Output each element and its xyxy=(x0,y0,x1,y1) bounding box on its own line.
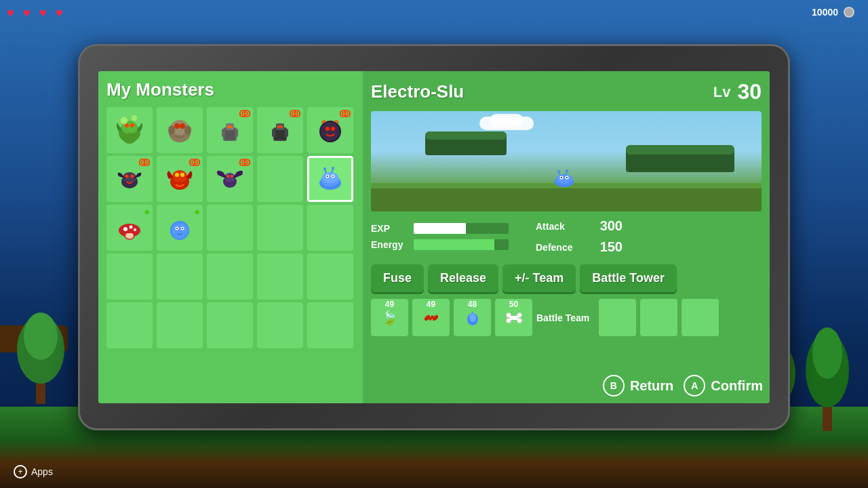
svg-point-26 xyxy=(230,125,233,128)
monster-cell-23[interactable] xyxy=(257,302,303,348)
monster-cell-7[interactable]: ↂ xyxy=(207,156,253,202)
badge-11: ● xyxy=(195,206,200,217)
energy-bar xyxy=(414,239,509,250)
monster-cell-15[interactable] xyxy=(106,253,153,300)
svg-point-12 xyxy=(130,123,134,127)
level-display: Lv 30 xyxy=(713,79,762,104)
monster-name: Electro-Slu xyxy=(371,81,464,102)
hud-right: 10000 xyxy=(812,7,854,18)
left-panel: My Monsters xyxy=(98,71,363,403)
svg-point-86 xyxy=(566,169,568,172)
heart-4: ♥ xyxy=(56,7,69,19)
heart-1: ♥ xyxy=(7,7,20,19)
exp-row: EXP Energy Attack 30 xyxy=(371,218,762,258)
svg-point-20 xyxy=(168,125,175,135)
exp-bar xyxy=(414,223,509,234)
monster-cell-18[interactable] xyxy=(257,253,303,300)
monster-cell-19[interactable] xyxy=(307,253,353,300)
monster-cell-0[interactable] xyxy=(106,107,153,153)
svg-point-54 xyxy=(322,172,338,183)
team-button[interactable]: +/- Team xyxy=(502,264,576,292)
monster-cell-10[interactable]: ● xyxy=(106,205,153,251)
monster-cell-20[interactable] xyxy=(106,302,153,348)
svg-point-78 xyxy=(556,174,572,184)
monster-cell-8[interactable] xyxy=(257,156,303,202)
defence-value: 150 xyxy=(589,239,623,255)
svg-point-76 xyxy=(182,228,183,229)
monster-cell-21[interactable] xyxy=(157,302,203,348)
svg-point-21 xyxy=(184,125,191,135)
svg-point-46 xyxy=(175,173,179,177)
apps-button[interactable]: + Apps xyxy=(14,465,53,479)
island-top-2 xyxy=(626,145,734,155)
apps-icon: + xyxy=(14,465,27,479)
stats-left: EXP Energy xyxy=(371,223,509,253)
svg-point-2 xyxy=(24,312,58,360)
svg-point-33 xyxy=(280,125,283,128)
team-slot-2-icon xyxy=(422,308,441,327)
svg-point-32 xyxy=(277,125,280,128)
svg-point-45 xyxy=(172,170,187,182)
attack-value: 300 xyxy=(589,218,623,234)
monster-cell-12[interactable] xyxy=(207,205,253,251)
battle-tower-button[interactable]: Battle Tower xyxy=(580,264,677,292)
bottom-controls: B Return A Confirm xyxy=(603,375,763,396)
team-slot-4-icon xyxy=(505,308,524,327)
monster-cell-24[interactable] xyxy=(307,302,353,348)
monster-cell-1[interactable] xyxy=(157,107,203,153)
svg-point-15 xyxy=(132,115,137,121)
svg-point-37 xyxy=(321,122,340,141)
monster-cell-4[interactable]: ↂ xyxy=(307,107,353,153)
monster-cell-16[interactable] xyxy=(157,253,203,300)
svg-point-18 xyxy=(174,123,180,129)
team-slot-4[interactable]: 50 xyxy=(495,299,532,336)
monster-cell-6[interactable]: ↂ xyxy=(157,156,203,202)
monster-cell-2[interactable]: ↂ xyxy=(207,107,253,153)
svg-point-75 xyxy=(176,228,178,229)
svg-point-70 xyxy=(125,233,134,239)
team-slot-3-num: 48 xyxy=(468,300,477,308)
heart-3: ♥ xyxy=(39,7,53,19)
level-num: 30 xyxy=(737,79,762,104)
monster-cell-11[interactable]: ● xyxy=(157,205,203,251)
action-buttons: Fuse Release +/- Team Battle Tower xyxy=(371,264,762,292)
svg-point-66 xyxy=(130,226,133,229)
monster-info-header: Electro-Slu Lv 30 xyxy=(371,79,762,104)
team-slot-2-num: 49 xyxy=(427,300,435,308)
monster-cell-14[interactable] xyxy=(307,205,353,251)
badge-3: ↂ xyxy=(289,108,300,119)
empty-team-slot-1[interactable] xyxy=(599,299,636,336)
svg-point-43 xyxy=(131,175,134,178)
monster-cell-9[interactable] xyxy=(307,156,353,202)
hud-hearts: ♥ ♥ ♥ ♥ xyxy=(7,7,69,19)
svg-point-25 xyxy=(227,125,230,128)
badge-5: ↂ xyxy=(138,157,150,168)
svg-point-61 xyxy=(323,167,326,170)
monster-cell-5[interactable]: ↂ xyxy=(106,156,153,202)
exp-bar-fill xyxy=(414,223,466,234)
team-slot-3[interactable]: 48 xyxy=(454,299,491,336)
monster-cell-3[interactable]: ↂ xyxy=(257,107,303,153)
left-tree xyxy=(10,309,71,407)
fuse-button[interactable]: Fuse xyxy=(371,264,424,292)
island-top-1 xyxy=(425,131,507,140)
team-slot-1[interactable]: 49 🍃 xyxy=(371,299,408,336)
monster-cell-22[interactable] xyxy=(207,302,253,348)
badge-7: ↂ xyxy=(239,157,250,168)
level-label: Lv xyxy=(713,83,731,101)
preview-slug xyxy=(551,168,578,190)
badge-2: ↂ xyxy=(239,108,250,119)
monster-cell-17[interactable] xyxy=(207,253,253,300)
return-label: Return xyxy=(630,378,673,394)
svg-point-65 xyxy=(123,227,127,231)
release-button[interactable]: Release xyxy=(428,264,498,292)
heart-2: ♥ xyxy=(23,7,37,19)
cloud-top-1 xyxy=(490,114,524,127)
coin-icon xyxy=(844,7,854,18)
monster-cell-13[interactable] xyxy=(257,205,303,251)
team-slot-2[interactable]: 49 xyxy=(412,299,450,336)
confirm-button[interactable]: A Confirm xyxy=(684,375,763,396)
empty-team-slot-3[interactable] xyxy=(682,299,719,336)
return-button[interactable]: B Return xyxy=(603,375,673,396)
empty-team-slot-2[interactable] xyxy=(640,299,677,336)
